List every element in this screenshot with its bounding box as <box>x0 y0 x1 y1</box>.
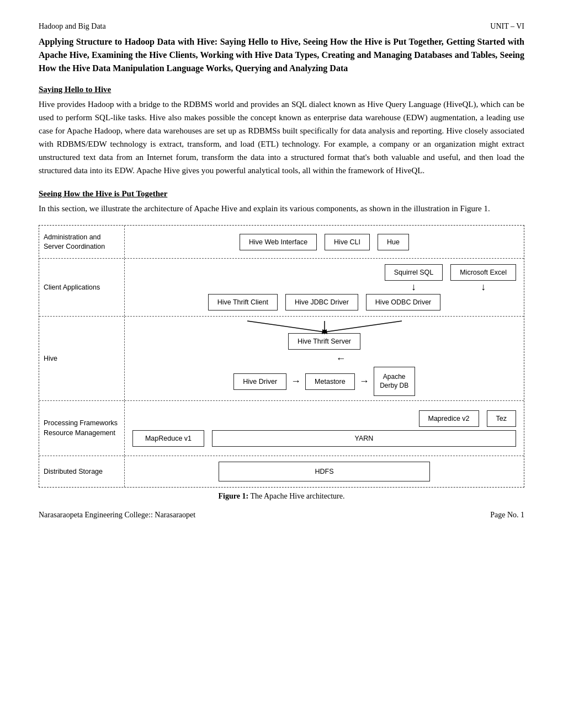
arch-content-admin: Hive Web Interface Hive CLI Hue <box>125 226 524 258</box>
arrow-squirrel: ↓ <box>411 282 416 292</box>
footer-left: Narasaraopeta Engineering College:: Nara… <box>39 511 195 520</box>
arch-content-hive: Hive Thrift Server ← Hive Driver → Metas… <box>125 317 524 400</box>
arch-row-client: Client Applications Squirrel SQL ↓ Micro… <box>39 259 524 317</box>
svg-line-0 <box>247 321 325 332</box>
arrow-thrift-to-driver: ← <box>336 353 346 365</box>
arch-content-processing: Mapredice v2 Tez MapReduce v1 YARN <box>125 401 524 456</box>
arch-row-processing: Processing FrameworksResource Management… <box>39 401 524 456</box>
arch-row-admin: Administration andServer Coordination Hi… <box>39 226 524 259</box>
hive-driver-box: Hive Driver <box>233 373 286 390</box>
arch-label-admin: Administration andServer Coordination <box>39 226 125 258</box>
arch-row-hive: Hive <box>39 317 524 401</box>
hdfs-box: HDFS <box>219 462 429 481</box>
header-right: UNIT – VI <box>490 22 524 31</box>
arrow-meta-derby: → <box>359 376 369 387</box>
arch-content-storage: HDFS <box>125 456 524 487</box>
hive-odbc-driver-box: Hive ODBC Driver <box>366 294 440 311</box>
metastore-box: Metastore <box>305 373 355 390</box>
tez-box: Tez <box>487 410 516 427</box>
footer-right: Page No. 1 <box>490 511 524 520</box>
mapreduce-v1-box: MapReduce v1 <box>132 430 204 447</box>
section-hive-architecture: Seeing How the Hive is Put Together In t… <box>39 189 524 501</box>
hue-box: Hue <box>378 234 409 250</box>
squirrel-sql-box: Squirrel SQL <box>385 264 443 281</box>
svg-line-2 <box>325 321 402 332</box>
figure-caption: Figure 1: The Apache Hive architecture. <box>39 492 524 501</box>
section2-intro: In this section, we illustrate the archi… <box>39 202 524 215</box>
arch-label-processing: Processing FrameworksResource Management <box>39 401 125 456</box>
hive-thrift-server-box: Hive Thrift Server <box>288 333 360 350</box>
arrow-excel: ↓ <box>481 282 486 292</box>
convergence-arrow-svg <box>214 321 435 333</box>
arch-content-client: Squirrel SQL ↓ Microsoft Excel ↓ Hive Th… <box>125 259 524 316</box>
arch-label-hive: Hive <box>39 317 125 400</box>
page-footer: Narasaraopeta Engineering College:: Nara… <box>39 511 524 520</box>
arch-row-storage: Distributed Storage HDFS <box>39 456 524 487</box>
hive-cli-box: Hive CLI <box>325 234 370 250</box>
apache-derby-box: ApacheDerby DB <box>374 367 415 396</box>
figure-caption-bold: Figure 1: <box>219 492 249 500</box>
yarn-box: YARN <box>212 430 516 447</box>
section2-title: Seeing How the Hive is Put Together <box>39 189 524 199</box>
hive-thrift-client-box: Hive Thrift Client <box>208 294 278 311</box>
client-bottom-boxes: Hive Thrift Client Hive JDBC Driver Hive… <box>132 294 516 311</box>
arch-label-client: Client Applications <box>39 259 125 316</box>
section1-body: Hive provides Hadoop with a bridge to th… <box>39 98 524 177</box>
hive-jdbc-driver-box: Hive JDBC Driver <box>285 294 358 311</box>
microsoft-excel-box: Microsoft Excel <box>450 264 516 281</box>
mapredice-v2-box: Mapredice v2 <box>419 410 479 427</box>
section1-title: Saying Hello to Hive <box>39 85 524 94</box>
section-saying-hello: Saying Hello to Hive Hive provides Hadoo… <box>39 85 524 177</box>
figure-caption-text: The Apache Hive architecture. <box>250 492 344 500</box>
page-header: Hadoop and Big Data UNIT – VI <box>39 22 524 31</box>
main-title: Applying Structure to Hadoop Data with H… <box>39 35 524 75</box>
header-left: Hadoop and Big Data <box>39 22 106 31</box>
admin-boxes: Hive Web Interface Hive CLI Hue <box>132 234 516 250</box>
hive-web-interface-box: Hive Web Interface <box>240 234 317 250</box>
figure-architecture: Administration andServer Coordination Hi… <box>39 225 524 488</box>
arch-label-storage: Distributed Storage <box>39 456 125 487</box>
arch-diagram: Administration andServer Coordination Hi… <box>39 226 524 487</box>
arrow-driver-meta: → <box>291 376 301 387</box>
